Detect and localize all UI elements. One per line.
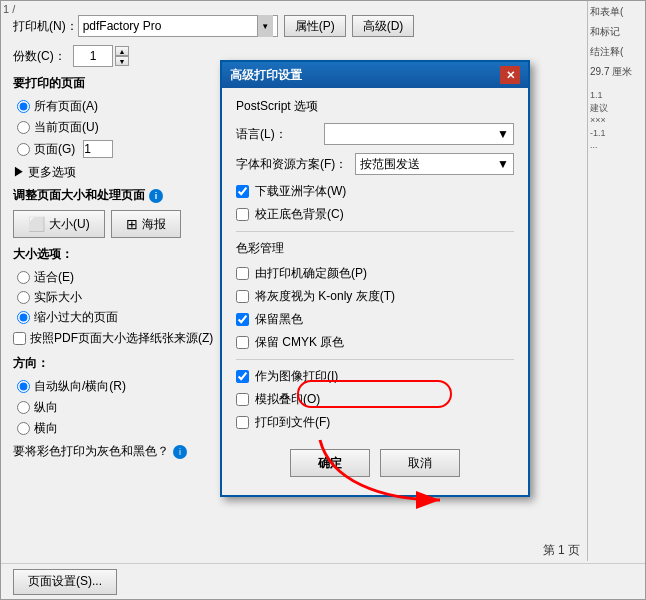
spin-down[interactable]: ▼ — [115, 56, 129, 66]
right-panel: 和表单( 和标记 结注释( 29.7 厘米 1.1建议×××-1.1... — [587, 1, 645, 561]
printer-label: 打印机(N)： — [13, 18, 78, 35]
advanced-button[interactable]: 高级(D) — [352, 15, 415, 37]
font-resource-select[interactable]: 按范围发送 ▼ — [355, 153, 514, 175]
font-resource-label: 字体和资源方案(F)： — [236, 156, 347, 173]
printer-row: 打印机(N)： pdfFactory Pro ▼ 属性(P) 高级(D) — [13, 15, 575, 37]
language-row: 语言(L)： ▼ — [236, 123, 514, 145]
divider-1 — [236, 231, 514, 232]
adjust-info-icon[interactable]: i — [149, 189, 163, 203]
advanced-dialog-header: 高级打印设置 ✕ — [222, 62, 528, 88]
font-resource-row: 字体和资源方案(F)： 按范围发送 ▼ — [236, 153, 514, 175]
copies-spinner[interactable]: ▲ ▼ — [115, 46, 129, 66]
copies-input[interactable] — [73, 45, 113, 67]
postscript-section-title: PostScript 选项 — [236, 98, 514, 115]
right-panel-preview-text: 1.1建议×××-1.1... — [590, 89, 643, 152]
right-panel-item-2: 和标记 — [590, 25, 643, 39]
printer-color-checkbox[interactable]: 由打印机确定颜色(P) — [236, 265, 514, 282]
preserve-black-checkbox[interactable]: 保留黑色 — [236, 311, 514, 328]
bottom-bar: 页面设置(S)... — [1, 563, 645, 599]
printer-dropdown-arrow[interactable]: ▼ — [257, 15, 273, 37]
advanced-dialog-close[interactable]: ✕ — [500, 66, 520, 84]
poster-button[interactable]: ⊞ 海报 — [111, 210, 181, 238]
advanced-dialog-buttons: 确定 取消 — [236, 441, 514, 485]
page-indicator: 1 / — [3, 3, 15, 15]
advanced-dialog-title: 高级打印设置 — [230, 67, 302, 84]
color-mgmt-title: 色彩管理 — [236, 240, 514, 257]
simulate-overprint-checkbox[interactable]: 模拟叠印(O) — [236, 391, 514, 408]
color-info-icon[interactable]: i — [173, 445, 187, 459]
advanced-dialog-content: PostScript 选项 语言(L)： ▼ 字体和资源方案(F)： 按范围发送… — [222, 88, 528, 495]
right-panel-item-3: 结注释( — [590, 45, 643, 59]
confirm-button[interactable]: 确定 — [290, 449, 370, 477]
download-asia-fonts-checkbox[interactable]: 下载亚洲字体(W) — [236, 183, 514, 200]
language-select[interactable]: ▼ — [324, 123, 514, 145]
divider-2 — [236, 359, 514, 360]
spin-up[interactable]: ▲ — [115, 46, 129, 56]
page-number: 第 1 页 — [543, 542, 580, 559]
cancel-button[interactable]: 取消 — [380, 449, 460, 477]
print-to-file-checkbox[interactable]: 打印到文件(F) — [236, 414, 514, 431]
calibrate-bg-checkbox[interactable]: 校正底色背景(C) — [236, 206, 514, 223]
right-panel-item-1: 和表单( — [590, 5, 643, 19]
grayscale-checkbox[interactable]: 将灰度视为 K-only 灰度(T) — [236, 288, 514, 305]
preserve-cmyk-checkbox[interactable]: 保留 CMYK 原色 — [236, 334, 514, 351]
printer-select[interactable]: pdfFactory Pro ▼ — [78, 15, 278, 37]
image-print-checkbox[interactable]: 作为图像打印(I) — [236, 368, 514, 385]
right-panel-item-4: 29.7 厘米 — [590, 65, 643, 79]
properties-button[interactable]: 属性(P) — [284, 15, 346, 37]
advanced-dialog: 高级打印设置 ✕ PostScript 选项 语言(L)： ▼ 字体和资源方案(… — [220, 60, 530, 497]
copies-label: 份数(C)： — [13, 48, 73, 65]
size-button[interactable]: ⬜ 大小(U) — [13, 210, 105, 238]
page-setup-button[interactable]: 页面设置(S)... — [13, 569, 117, 595]
page-range-input[interactable] — [83, 140, 113, 158]
language-label: 语言(L)： — [236, 126, 316, 143]
